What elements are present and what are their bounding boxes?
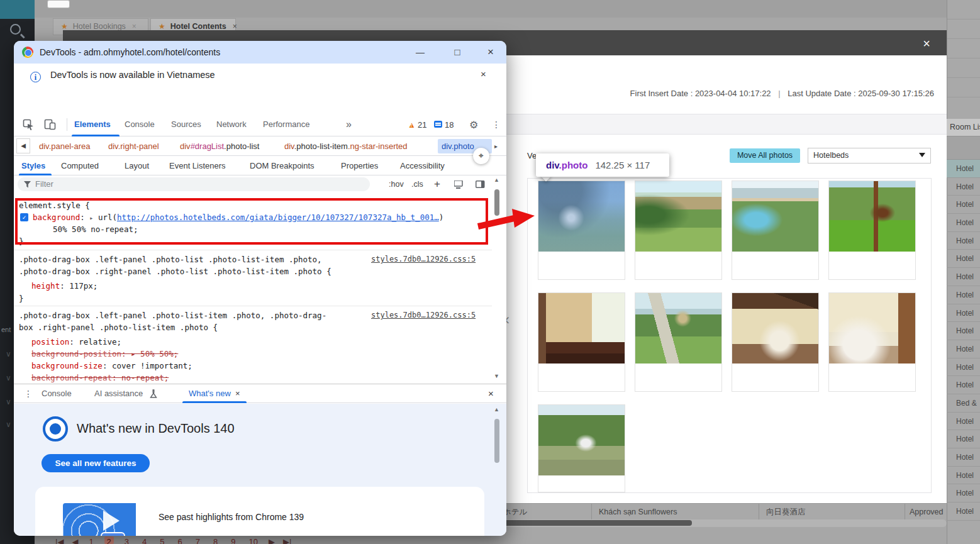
styles-scrollbar[interactable]: ▲ ▼ [492, 175, 503, 383]
kebab-menu-icon[interactable]: ⋮ [492, 113, 501, 136]
horizontal-scrollbar-thumb[interactable] [503, 520, 692, 526]
pagination-page[interactable]: 3 [122, 536, 131, 544]
warning-count[interactable]: 21 [418, 113, 426, 136]
tab-properties[interactable]: Properties [341, 156, 378, 175]
pagination-next[interactable]: ▶ [269, 536, 275, 544]
rule3-source-link[interactable]: styles.7db0…12926.css:5 [371, 311, 476, 319]
crumb-photo-list-item[interactable]: div.photo-list-item.ng-star-inserted [284, 136, 408, 156]
rule2-selector-line2[interactable]: .photo-drag-box .right-panel .photo-list… [19, 265, 331, 277]
photo-card-garden-path-highlighted[interactable] [538, 180, 625, 280]
console-messages-icon[interactable] [434, 121, 442, 128]
photo-card-pool-aerial[interactable] [732, 180, 819, 280]
tab-layout[interactable]: Layout [125, 156, 149, 175]
breadcrumb-forward-icon[interactable]: ▸ [494, 136, 498, 156]
chevron-down-icon[interactable]: ∨ [6, 350, 14, 358]
tab-room-list[interactable]: Room List [945, 119, 980, 136]
crumb-draglist[interactable]: div#dragList.photo-list [180, 136, 259, 156]
tab-styles[interactable]: Styles [21, 156, 45, 175]
pagination-last[interactable]: ▶| [283, 536, 291, 544]
chevron-down-icon[interactable]: ∨ [6, 397, 14, 406]
rule3-selector-line1[interactable]: .photo-drag-box .left-panel .photo-list-… [19, 309, 326, 321]
gear-icon[interactable]: ⚙ [469, 113, 478, 136]
photo-card-beach-garden[interactable] [635, 292, 722, 392]
tab-performance[interactable]: Performance [263, 113, 309, 136]
vendor-select[interactable]: Hotelbeds [808, 148, 931, 164]
top-mini-button[interactable] [47, 0, 70, 8]
more-tabs-icon[interactable]: » [346, 113, 352, 136]
drawer-close-icon[interactable]: × [488, 384, 494, 403]
drawer-tab-ai-assistance[interactable]: AI assistance [94, 384, 143, 403]
scroll-down-icon[interactable]: ▼ [494, 373, 499, 379]
crumb-panel-area[interactable]: div.panel-area [39, 136, 90, 156]
tab-accessibility[interactable]: Accessibility [400, 156, 445, 175]
warning-icon[interactable]: ▲ [408, 113, 416, 136]
photo-card-room-interior[interactable] [732, 292, 819, 392]
drawer-tab-whats-new[interactable]: What's new [189, 384, 231, 403]
scroll-up-icon[interactable]: ▲ [494, 177, 499, 183]
see-all-new-features-button[interactable]: See all new features [42, 454, 150, 472]
close-icon[interactable]: × [132, 22, 136, 31]
drawer-tab-close-icon[interactable]: × [235, 384, 240, 403]
photo-card-twin-bedroom[interactable] [828, 292, 916, 392]
inspect-element-icon[interactable] [23, 119, 34, 130]
breadcrumb-back-icon[interactable]: ◀ [16, 138, 30, 153]
tab-event-listeners[interactable]: Event Listeners [169, 156, 226, 175]
pagination-page[interactable]: 6 [175, 536, 185, 544]
position-declaration[interactable]: position: relative; [31, 336, 121, 348]
highlights-card[interactable]: new See past highlights from Chrome 139 [35, 487, 484, 536]
pagination-page[interactable]: 2 [104, 536, 114, 544]
rule2-source-link[interactable]: styles.7db0…12926.css:5 [371, 255, 476, 264]
tab-elements[interactable]: Elements [74, 113, 111, 136]
devtools-titlebar[interactable]: DevTools - adm.ohmyhotel.com/hotel/conte… [14, 41, 506, 64]
search-icon[interactable] [10, 24, 21, 35]
drawer-scrollbar[interactable]: ▲ [492, 404, 503, 536]
rule2-selector-line1[interactable]: .photo-drag-box .left-panel .photo-list … [19, 253, 322, 265]
chevron-down-icon[interactable]: ∨ [6, 374, 14, 382]
message-count[interactable]: 18 [445, 113, 454, 136]
pagination-page[interactable]: 9 [228, 536, 238, 544]
minimize-button[interactable]: — [413, 41, 428, 64]
close-icon[interactable]: × [233, 22, 237, 31]
hov-toggle[interactable]: :hov [389, 175, 404, 193]
pagination-page[interactable]: 10 [246, 536, 260, 544]
drawer-tab-console[interactable]: Console [42, 384, 72, 403]
filter-input[interactable]: Filter [18, 177, 370, 191]
pagination-first[interactable]: |◀ [55, 536, 64, 544]
tab-network[interactable]: Network [216, 113, 247, 136]
pagination-page[interactable]: 5 [157, 536, 167, 544]
photo-card-bathroom[interactable] [538, 292, 625, 392]
device-toolbar-icon[interactable] [44, 119, 57, 130]
photo-card-thatched-bungalow[interactable] [635, 180, 722, 280]
new-style-rule-icon[interactable]: + [434, 175, 440, 193]
pagination-prev[interactable]: ◀ [72, 536, 78, 544]
tab-dom-breakpoints[interactable]: DOM Breakpoints [250, 156, 315, 175]
tab-console[interactable]: Console [125, 113, 155, 136]
sidebar-panel-icon[interactable] [476, 180, 485, 188]
rule3-selector-line2[interactable]: box .right-panel .photo-list-item .photo… [19, 321, 218, 333]
move-all-photos-button[interactable]: Move All photos [730, 148, 800, 163]
background-size-declaration[interactable]: background-size: cover !important; [31, 360, 192, 372]
tab-computed[interactable]: Computed [61, 156, 99, 175]
photo-card-garden-frame[interactable] [828, 180, 916, 280]
photo-card-driveway[interactable] [538, 404, 625, 492]
close-button[interactable]: × [483, 41, 498, 64]
maximize-button[interactable]: □ [450, 41, 465, 64]
cls-toggle[interactable]: .cls [411, 175, 423, 193]
rendering-icon[interactable] [454, 180, 464, 189]
scroll-up-icon[interactable]: ▲ [494, 406, 499, 413]
crumb-right-panel[interactable]: div.right-panel [108, 136, 159, 156]
scroll-into-view-icon[interactable]: ⌖ [473, 148, 489, 164]
scrollbar-thumb[interactable] [494, 419, 499, 463]
drawer-menu-icon[interactable]: ⋮ [24, 384, 33, 403]
height-declaration[interactable]: height: 117px; [31, 280, 97, 292]
infobar-close-icon[interactable]: × [481, 69, 486, 79]
pagination-page[interactable]: 1 [86, 536, 96, 544]
background-position-declaration-overridden[interactable]: background-position: ▸ 50% 50%; [31, 348, 178, 360]
tab-sources[interactable]: Sources [171, 113, 201, 136]
pagination-page[interactable]: 8 [211, 536, 220, 544]
chevron-down-icon[interactable]: ∨ [6, 420, 14, 429]
pagination-page[interactable]: 7 [193, 536, 203, 544]
modal-close-icon[interactable]: × [918, 35, 935, 52]
pagination-page[interactable]: 4 [140, 536, 149, 544]
background-repeat-declaration-overridden[interactable]: background-repeat: no-repeat; [31, 372, 169, 384]
